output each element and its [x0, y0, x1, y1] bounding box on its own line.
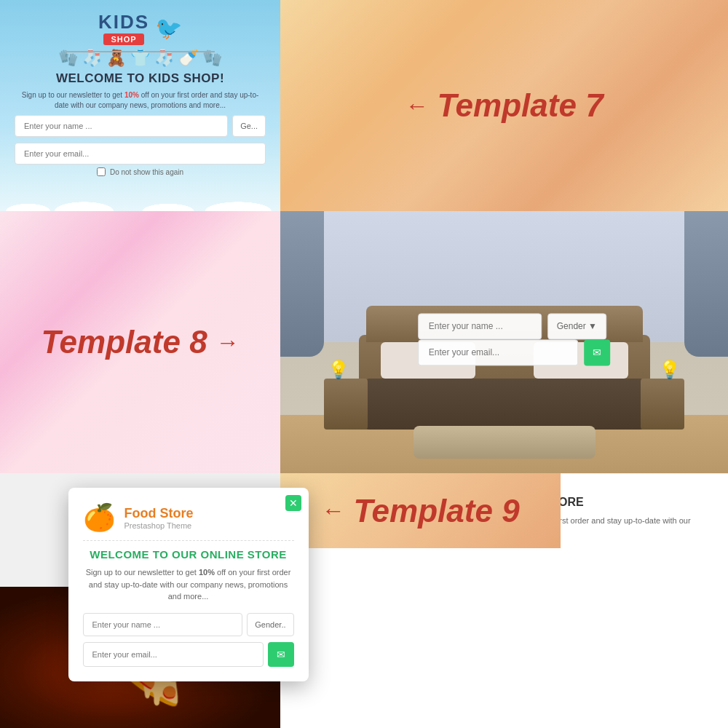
template-9-popup-wrapper: ✕ 🍊 Food Store Prestashop Theme WELCOME … [0, 473, 280, 548]
kids-form-row-1: Ge... [15, 115, 266, 137]
bird-icon: 🐦 [155, 15, 182, 41]
bedroom-email-input[interactable] [418, 339, 578, 365]
template-9-text: Template 9 [353, 493, 519, 529]
food-store-popup: ✕ 🍊 Food Store Prestashop Theme WELCOME … [68, 488, 309, 681]
food-popup-header: 🍊 Food Store Prestashop Theme [83, 502, 294, 541]
food-form-row-1: Gender.. [83, 613, 294, 636]
baby-item-7: 🧤 [202, 49, 222, 68]
kids-header: KIDS SHOP 🐦 [98, 0, 182, 45]
nightstand-left [324, 379, 368, 430]
food-desc: Sign up to our newsletter to get 10% off… [83, 566, 294, 603]
food-discount: 10% [199, 568, 215, 577]
kids-gender-button[interactable]: Ge... [232, 115, 266, 137]
bench [414, 426, 596, 459]
template-9-right-label: ← Template 9 [280, 473, 561, 548]
kids-logo: KIDS SHOP [98, 11, 149, 45]
baby-item-3: 🧸 [106, 49, 126, 68]
template-8-text: Template 8 [41, 324, 207, 360]
template-9-label-content: ← Template 9 [321, 493, 519, 529]
clothes-line: 🧤 🧦 🧸 👕 🧦 🍼 🧤 [58, 45, 222, 68]
template-8-arrow: → [216, 329, 240, 356]
food-logo-icon: 🍊 [83, 502, 116, 533]
nightstand-right [641, 379, 684, 430]
template-8-content: Template 8 → [41, 324, 239, 360]
lamp-left-icon: 💡 [328, 360, 349, 380]
food-name-input[interactable] [83, 613, 243, 636]
bed-sheet [366, 379, 643, 430]
food-email-input[interactable] [83, 642, 264, 667]
baby-item-5: 🧦 [154, 49, 174, 68]
template-7-text: Template 7 [437, 87, 603, 124]
template-7-label: ← Template 7 [280, 0, 728, 211]
clouds-decoration [0, 182, 280, 211]
bedroom-form-container: Gender ▼ ✉ [418, 313, 610, 365]
kids-no-show-checkbox[interactable] [97, 167, 106, 176]
food-store-title: Food Store [124, 506, 194, 521]
template-8-label: Template 8 → [0, 211, 280, 473]
bedroom-form-row-1: Gender ▼ [418, 313, 610, 339]
food-signup-prefix: Sign up to our newsletter to get [86, 568, 199, 577]
food-submit-button[interactable]: ✉ [268, 642, 294, 667]
curtain-left [280, 211, 324, 357]
kids-email-input[interactable] [15, 143, 266, 165]
kids-checkbox-label: Do not show this again [110, 168, 183, 176]
food-form-row-2: ✉ [83, 642, 294, 667]
bedroom-form: Gender ▼ ✉ [418, 313, 610, 365]
baby-item-6: 🍼 [178, 49, 198, 68]
template-7-content: ← Template 7 [405, 87, 603, 124]
kids-form: Ge... [0, 115, 280, 165]
food-gender-button[interactable]: Gender.. [247, 613, 293, 636]
bedroom-gender-button[interactable]: Gender ▼ [547, 313, 606, 339]
kids-shop-badge: SHOP [103, 33, 143, 45]
kids-discount: 10% [124, 91, 139, 99]
kids-title: KIDS [98, 11, 149, 33]
food-store-subtitle: Prestashop Theme [124, 521, 194, 530]
baby-item-2: 🧦 [82, 49, 102, 68]
food-form: Gender.. ✉ [83, 613, 294, 667]
baby-item-1: 🧤 [58, 49, 78, 68]
bedroom-name-input[interactable] [418, 313, 542, 339]
kids-welcome-text: WELCOME TO KIDS SHOP! [56, 71, 224, 86]
popup-close-button[interactable]: ✕ [285, 495, 301, 511]
kids-checkbox-row: Do not show this again [82, 165, 198, 179]
template-7-arrow: ← [405, 92, 428, 119]
bedroom-submit-button[interactable]: ✉ [584, 339, 610, 365]
template-9-arrow: ← [321, 497, 344, 524]
food-welcome-text: WELCOME TO OUR ONLINE STORE [83, 548, 294, 561]
bottom-row: 🍕 ✕ 🍊 Food Store Prestashop Theme WELCOM… [0, 473, 728, 728]
food-store-info: Food Store Prestashop Theme [124, 506, 194, 530]
baby-item-4: 👕 [130, 49, 150, 68]
kids-name-input[interactable] [15, 115, 228, 137]
bedroom-form-row-2: ✉ [418, 339, 610, 365]
lamp-right-icon: 💡 [659, 360, 681, 380]
template-8-bedroom: 💡 💡 Gender ▼ ✉ [280, 211, 728, 473]
kids-signup-prefix: Sign up to our newsletter to get [22, 91, 124, 99]
template-6-kids-shop: KIDS SHOP 🐦 🧤 🧦 🧸 👕 🧦 🍼 🧤 WELCOME TO KID… [0, 0, 280, 211]
curtain-right [684, 211, 728, 357]
kids-signup-text: Sign up to our newsletter to get 10% off… [0, 86, 280, 115]
